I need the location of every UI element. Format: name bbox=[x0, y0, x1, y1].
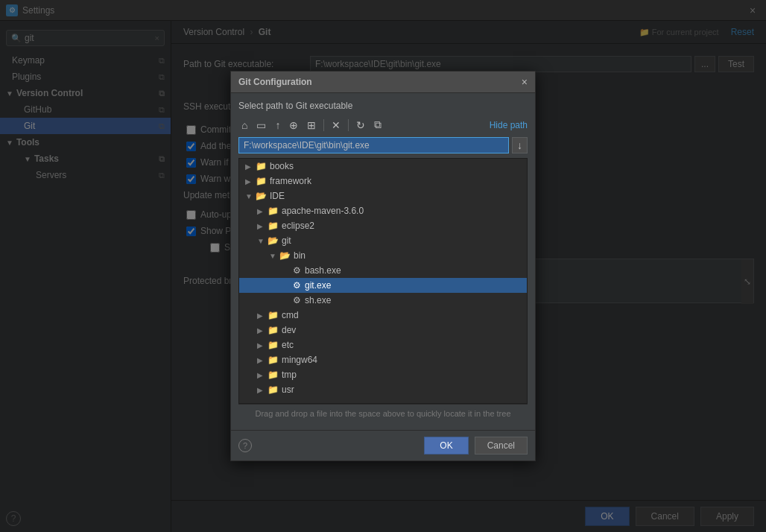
tree-item-label: sh.exe bbox=[305, 295, 331, 305]
toolbar-separator-2 bbox=[348, 119, 349, 131]
dialog-toolbar: ⌂ ▭ ↑ ⊕ ⊞ ✕ ↻ ⧉ Hide path bbox=[238, 117, 528, 133]
tree-item-label: usr bbox=[282, 384, 294, 395]
tree-item-books[interactable]: ▶ 📁 books bbox=[239, 159, 527, 174]
refresh-button[interactable]: ↻ bbox=[353, 118, 368, 133]
folder-icon: 📁 bbox=[268, 340, 279, 350]
dialog-subtitle: Select path to Git executable bbox=[238, 101, 528, 111]
dialog-title: Git Configuration bbox=[238, 77, 312, 87]
tree-arrow: ▶ bbox=[245, 162, 254, 171]
file-icon: ⚙ bbox=[291, 280, 302, 291]
tree-item-cmd[interactable]: ▶ 📁 cmd bbox=[239, 308, 527, 323]
folder-icon: 📁 bbox=[268, 370, 279, 380]
dialog-footer: ? OK Cancel bbox=[231, 430, 535, 460]
tree-item-framework[interactable]: ▶ 📁 framework bbox=[239, 174, 527, 189]
drag-hint: Drag and drop a file into the space abov… bbox=[238, 404, 528, 422]
folder-icon: 📁 bbox=[268, 206, 279, 216]
dialog-body: Select path to Git executable ⌂ ▭ ↑ ⊕ ⊞ … bbox=[231, 93, 535, 430]
tree-arrow: ▶ bbox=[245, 177, 254, 186]
tree-arrow: ▶ bbox=[257, 326, 266, 335]
tree-arrow: ▶ bbox=[257, 356, 266, 364]
tree-item-label: apache-maven-3.6.0 bbox=[282, 206, 364, 216]
tree-item-tmp[interactable]: ▶ 📁 tmp bbox=[239, 367, 527, 382]
tree-item-sh-exe[interactable]: ▶ ⚙ sh.exe bbox=[239, 293, 527, 308]
tree-item-usr[interactable]: ▶ 📁 usr bbox=[239, 382, 527, 397]
dialog-titlebar: Git Configuration × bbox=[231, 72, 535, 93]
folder-icon: 📁 bbox=[268, 325, 279, 335]
copy-path-button[interactable]: ⧉ bbox=[371, 117, 384, 133]
folder-icon: 📁 bbox=[268, 384, 279, 395]
tree-item-bin[interactable]: ▼ 📂 bin bbox=[239, 248, 527, 263]
tree-item-label: books bbox=[270, 161, 294, 171]
tree-item-etc[interactable]: ▶ 📁 etc bbox=[239, 338, 527, 352]
tree-arrow: ▶ bbox=[257, 311, 266, 320]
dialog-path-input[interactable] bbox=[238, 137, 509, 153]
path-download-button[interactable]: ↓ bbox=[512, 137, 528, 153]
tree-item-eclipse2[interactable]: ▶ 📁 eclipse2 bbox=[239, 218, 527, 233]
folder-icon: 📁 bbox=[268, 310, 279, 320]
tree-item-label: framework bbox=[270, 176, 311, 186]
tree-arrow: ▶ bbox=[257, 341, 266, 349]
folder-up-button[interactable]: ↑ bbox=[272, 118, 283, 133]
tree-item-git-exe[interactable]: ▶ ⚙ git.exe bbox=[239, 278, 527, 293]
git-configuration-dialog: Git Configuration × Select path to Git e… bbox=[230, 71, 536, 461]
tree-item-label: mingw64 bbox=[282, 355, 317, 365]
folder-icon: 📁 bbox=[268, 221, 279, 231]
folder-open-icon: 📂 bbox=[268, 235, 279, 246]
tree-item-git[interactable]: ▼ 📂 git bbox=[239, 233, 527, 248]
tree-item-ide[interactable]: ▼ 📂 IDE bbox=[239, 189, 527, 203]
tree-arrow: ▶ bbox=[257, 371, 266, 379]
hide-path-button[interactable]: Hide path bbox=[490, 120, 528, 130]
tree-arrow: ▼ bbox=[269, 252, 278, 260]
folder-icon: 📁 bbox=[268, 355, 279, 365]
tree-item-label: git.exe bbox=[305, 280, 331, 291]
toolbar-separator bbox=[323, 119, 324, 131]
tree-item-label: IDE bbox=[270, 191, 285, 201]
tree-arrow: ▶ bbox=[257, 222, 266, 230]
folder-icon: 📁 bbox=[256, 176, 267, 186]
tree-item-mingw64[interactable]: ▶ 📁 mingw64 bbox=[239, 352, 527, 367]
tree-item-label: bash.exe bbox=[305, 265, 341, 276]
dialog-close-button[interactable]: × bbox=[522, 76, 528, 88]
dialog-help-button[interactable]: ? bbox=[238, 439, 252, 452]
file-icon: ⚙ bbox=[291, 295, 302, 305]
dialog-overlay: Git Configuration × Select path to Git e… bbox=[0, 0, 766, 532]
folder-icon: 📁 bbox=[256, 161, 267, 171]
tree-item-dev[interactable]: ▶ 📁 dev bbox=[239, 323, 527, 338]
tree-item-label: bin bbox=[294, 250, 306, 261]
home-button[interactable]: ⌂ bbox=[238, 118, 250, 133]
tree-item-label: eclipse2 bbox=[282, 221, 314, 231]
tree-item-label: dev bbox=[282, 325, 296, 335]
dialog-path-row: ↓ bbox=[238, 137, 528, 153]
tree-item-label: etc bbox=[282, 340, 294, 350]
tree-item-label: tmp bbox=[282, 370, 297, 380]
tree-item-bash-exe[interactable]: ▶ ⚙ bash.exe bbox=[239, 263, 527, 278]
tree-arrow: ▼ bbox=[245, 192, 254, 200]
tree-item-apache-maven[interactable]: ▶ 📁 apache-maven-3.6.0 bbox=[239, 203, 527, 218]
folder-open-icon: 📂 bbox=[256, 191, 267, 201]
tree-item-label: git bbox=[282, 235, 291, 246]
file-tree[interactable]: ▶ 📁 books ▶ 📁 framework ▼ 📂 IDE bbox=[238, 158, 528, 404]
file-icon: ⚙ bbox=[291, 265, 302, 276]
new-folder-button[interactable]: ⊕ bbox=[286, 118, 301, 133]
dialog-ok-button[interactable]: OK bbox=[424, 437, 468, 455]
delete-button[interactable]: ✕ bbox=[329, 118, 344, 133]
dialog-cancel-button[interactable]: Cancel bbox=[475, 437, 528, 455]
tree-arrow: ▼ bbox=[257, 237, 266, 245]
network-button[interactable]: ⊞ bbox=[304, 118, 319, 133]
desktop-button[interactable]: ▭ bbox=[253, 118, 269, 133]
tree-item-label: cmd bbox=[282, 310, 299, 320]
tree-arrow: ▶ bbox=[257, 386, 266, 394]
tree-arrow: ▶ bbox=[257, 207, 266, 215]
folder-open-icon: 📂 bbox=[279, 250, 291, 261]
